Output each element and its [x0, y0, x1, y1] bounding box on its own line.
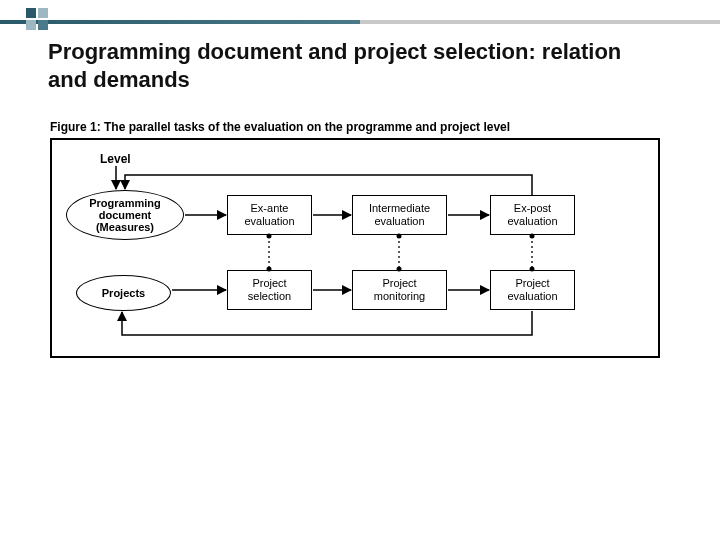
b13-l1: Ex-post [495, 202, 570, 215]
b11-l1: Ex-ante [232, 202, 307, 215]
figure-container: Figure 1: The parallel tasks of the eval… [50, 120, 660, 358]
decorative-squares [26, 8, 48, 30]
b22-l1: Project [357, 277, 442, 290]
slide-top-rule [0, 20, 720, 24]
box-ex-post-evaluation: Ex-post evaluation [490, 195, 575, 235]
level-projects-label: Projects [102, 287, 145, 299]
b12-l2: evaluation [357, 215, 442, 228]
level-heading: Level [100, 152, 131, 166]
level-prog-line3: (Measures) [96, 221, 154, 233]
figure-frame: Level Programming document (Measures) Ex… [50, 138, 660, 358]
box-project-monitoring: Project monitoring [352, 270, 447, 310]
b21-l2: selection [232, 290, 307, 303]
level-prog-line1: Programming [89, 197, 161, 209]
b21-l1: Project [232, 277, 307, 290]
b23-l1: Project [495, 277, 570, 290]
b13-l2: evaluation [495, 215, 570, 228]
connectors [52, 140, 662, 360]
slide-title: Programming document and project selecti… [48, 38, 660, 93]
level-projects: Projects [76, 275, 171, 311]
b11-l2: evaluation [232, 215, 307, 228]
box-intermediate-evaluation: Intermediate evaluation [352, 195, 447, 235]
figure-caption: Figure 1: The parallel tasks of the eval… [50, 120, 660, 134]
b23-l2: evaluation [495, 290, 570, 303]
b22-l2: monitoring [357, 290, 442, 303]
box-project-selection: Project selection [227, 270, 312, 310]
box-project-evaluation: Project evaluation [490, 270, 575, 310]
b12-l1: Intermediate [357, 202, 442, 215]
level-programming-document: Programming document (Measures) [66, 190, 184, 240]
box-ex-ante-evaluation: Ex-ante evaluation [227, 195, 312, 235]
level-prog-line2: document [99, 209, 152, 221]
